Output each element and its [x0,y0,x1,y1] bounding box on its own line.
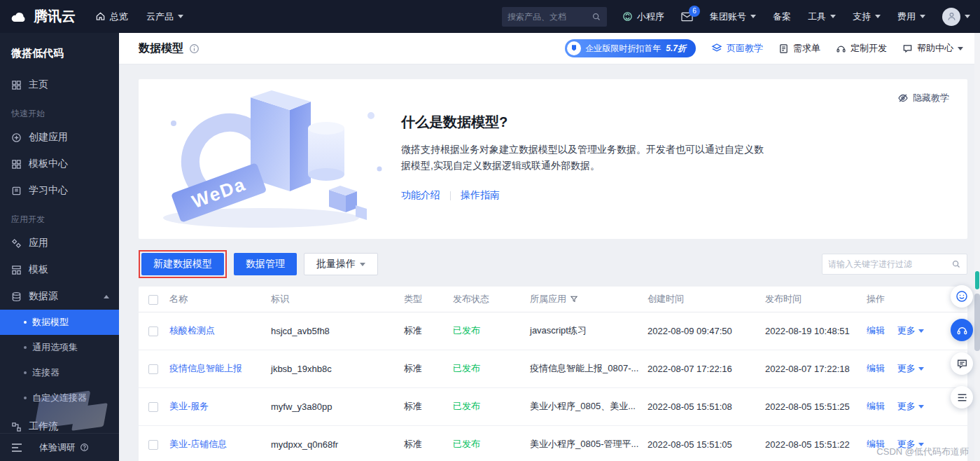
miniprogram-icon [622,11,633,22]
nav-billing[interactable]: 费用 [897,11,925,23]
filter-funnel-icon[interactable] [570,295,578,303]
requirement-link[interactable]: 需求单 [778,42,820,55]
col-header-app-label: 所属应用 [530,293,566,305]
sidebar-item-home[interactable]: 主页 [0,71,119,98]
model-type: 标准 [402,312,451,350]
nav-cloud-products-label: 云产品 [146,11,174,23]
row-checkbox[interactable] [148,364,158,374]
promo-banner[interactable]: 企业版限时折扣首年5.7折 [565,39,696,57]
edit-button[interactable]: 编辑 [867,400,885,413]
nav-beian[interactable]: 备案 [773,11,791,23]
sidebar-item-template-center[interactable]: 模板中心 [0,151,119,177]
account-menu[interactable] [942,8,970,26]
nav-overview[interactable]: 总览 [95,11,128,23]
row-checkbox[interactable] [148,326,158,336]
hero-text: 什么是数据模型? 微搭支持根据业务对象建立数据模型以及管理业务数据。开发者也可以… [401,113,793,202]
model-name-link[interactable]: 美业-服务 [168,387,270,425]
search-icon[interactable] [592,12,601,22]
bullet-icon [24,397,27,399]
feedback-tab[interactable] [975,271,979,289]
caret-down-icon [830,15,836,18]
page-tutorial-link[interactable]: 页面教学 [711,42,763,55]
scrollbar-thumb[interactable] [974,294,980,351]
sidebar-subitem-label: 通用选项集 [32,341,78,354]
sidebar-item-app[interactable]: 应用 [0,230,119,256]
hero-card: WeDa 隐藏教学 什么是数据模型? 微 [139,79,967,239]
chat-icon [902,43,913,54]
custom-dev-label: 定制开发 [850,42,887,55]
nav-group-account[interactable]: 集团账号 [710,11,756,23]
table-row: 核酸检测点 hsjcd_avb5fh8 标准 已发布 javascript练习 … [139,312,967,350]
collapse-menu-icon[interactable] [11,443,22,453]
row-checkbox[interactable] [148,402,158,412]
product-title: 微搭低代码 [0,33,119,71]
sidebar-subitem-connectors[interactable]: 连接器 [0,360,119,385]
main-area: 数据模型 企业版限时折扣首年5.7折 页面教学 需求单 [119,33,980,461]
sidebar-subitem-data-model[interactable]: 数据模型 [0,310,119,335]
topbar-search-input[interactable] [507,12,592,22]
custom-dev-link[interactable]: 定制开发 [836,42,887,55]
nav-tools[interactable]: 工具 [808,11,836,23]
status-badge: 已发布 [451,350,528,387]
sidebar-item-datasource[interactable]: 数据源 [0,283,119,310]
new-data-model-button[interactable]: 新建数据模型 [141,253,224,275]
edit-button[interactable]: 编辑 [867,362,885,375]
nav-cloud-products[interactable]: 云产品 [146,11,183,23]
model-name-link[interactable]: 疫情信息智能上报 [168,350,270,387]
select-all-checkbox[interactable] [148,295,158,305]
model-type: 标准 [402,350,451,387]
feedback-smiley-button[interactable] [951,285,973,308]
batch-ops-button[interactable]: 批量操作 [304,253,378,275]
keyword-filter[interactable] [822,254,967,275]
keyword-filter-input[interactable] [828,259,951,269]
message-center[interactable]: 6 [681,12,693,22]
model-app: javascript练习 [528,312,646,350]
support-headset-button[interactable] [951,319,973,341]
feature-intro-link[interactable]: 功能介绍 [401,189,440,202]
search-icon[interactable] [951,259,961,269]
toolbar: 新建数据模型 数据管理 批量操作 [139,250,967,278]
caret-up-icon [104,295,109,298]
sidebar-subitem-option-sets[interactable]: 通用选项集 [0,335,119,360]
help-center-link[interactable]: 帮助中心 [902,42,963,55]
sidebar-item-create-app[interactable]: 创建应用 [0,124,119,151]
info-icon[interactable] [189,43,200,54]
survey-link[interactable]: 体验调研 [39,441,89,454]
tencent-cloud-logo[interactable]: 腾讯云 [10,7,76,26]
page-scrollbar[interactable] [974,33,980,461]
sidebar-bottom-bar: 体验调研 [0,433,119,461]
topbar-search[interactable] [502,7,607,27]
promo-text: 企业版限时折扣首年 [585,43,661,55]
caret-down-icon [918,367,924,371]
more-button[interactable]: 更多 [897,362,924,375]
table-row: 美业-店铺信息 mydpxx_q0n68fr 标准 已发布 美业小程序_0805… [139,425,967,461]
template-icon [11,265,22,275]
page-header: 数据模型 企业版限时折扣首年5.7折 页面教学 需求单 [119,33,980,64]
nav-support[interactable]: 支持 [853,11,881,23]
sidebar-subitem-custom-connectors[interactable]: 自定义连接器 [0,385,119,411]
data-manage-button[interactable]: 数据管理 [234,253,297,275]
model-name-link[interactable]: 核酸检测点 [168,312,270,350]
document-icon [778,43,789,54]
nav-beian-label: 备案 [773,11,791,23]
more-button[interactable]: 更多 [897,400,924,413]
quick-menu-button[interactable] [951,386,973,408]
model-app: 美业小程序_0805、美业... [528,387,646,425]
sidebar-item-template[interactable]: 模板 [0,256,119,283]
edit-button[interactable]: 编辑 [867,324,885,337]
status-badge: 已发布 [451,312,528,350]
bullet-icon [24,346,27,349]
model-code: jkbsb_19xhb8c [270,350,402,387]
survey-label: 体验调研 [39,441,76,454]
sidebar-item-learn-center[interactable]: 学习中心 [0,177,119,204]
consult-chat-button[interactable] [951,352,973,375]
more-button[interactable]: 更多 [897,324,924,337]
hide-tutorial-button[interactable]: 隐藏教学 [897,92,949,104]
nav-miniprogram[interactable]: 小程序 [622,11,664,23]
sidebar: 微搭低代码 主页 快速开始 创建应用 模板中心 学习中心 应用开发 应用 [0,33,119,461]
model-created: 2022-08-09 09:47:50 [646,312,764,350]
operation-guide-link[interactable]: 操作指南 [461,189,500,202]
model-code: myfw_y3a80pp [270,387,402,425]
row-checkbox[interactable] [148,440,158,450]
model-name-link[interactable]: 美业-店铺信息 [168,425,270,461]
